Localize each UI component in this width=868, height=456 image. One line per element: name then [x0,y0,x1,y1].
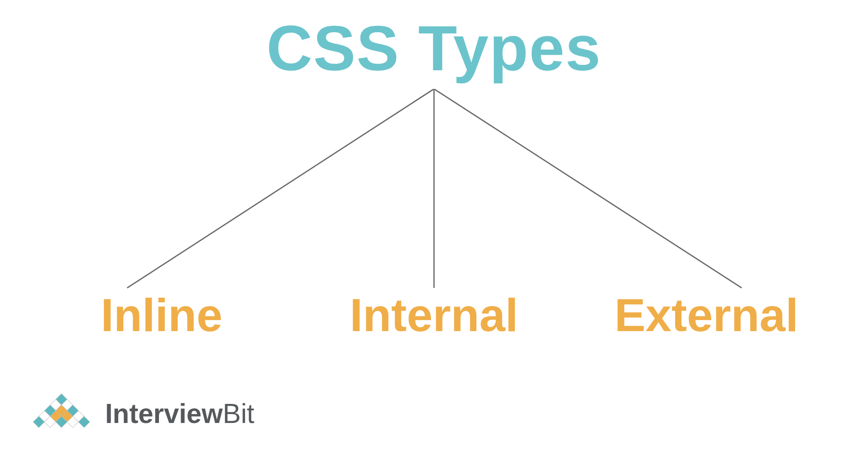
brand-logo-text: InterviewBit [105,398,254,429]
diagram-child-internal: Internal [298,288,570,342]
brand-logo: InterviewBit [25,388,254,439]
diagram-stage: CSS Types Inline Internal External [0,0,868,456]
svg-line-2 [434,89,742,288]
diagram-children-row: Inline Internal External [0,288,868,342]
connector-lines [0,89,868,301]
svg-line-0 [127,89,434,288]
brand-logo-text-light: Bit [223,398,254,429]
diagram-child-external: External [570,288,843,342]
brand-logo-icon [25,388,97,439]
diagram-child-inline: Inline [25,288,298,342]
brand-logo-text-bold: Interview [105,398,223,429]
diagram-title: CSS Types [0,12,868,85]
